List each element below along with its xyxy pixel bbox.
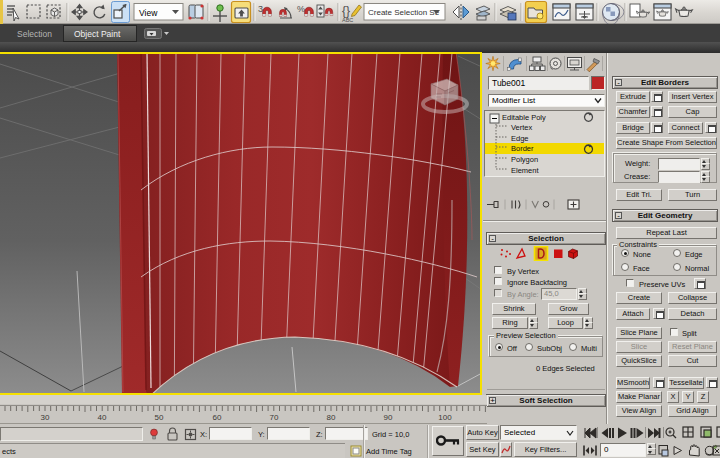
svg-text:Create Selection Se: Create Selection Se <box>368 8 440 17</box>
svg-text:%: % <box>297 4 305 14</box>
svg-text:70: 70 <box>270 413 279 422</box>
svg-text:ABC: ABC <box>342 17 353 23</box>
svg-text:80: 80 <box>327 413 336 422</box>
svg-text:50: 50 <box>155 413 164 422</box>
svg-text:60: 60 <box>213 413 222 422</box>
svg-text:30: 30 <box>41 413 50 422</box>
svg-text:3: 3 <box>258 4 263 14</box>
svg-text:90: 90 <box>384 413 393 422</box>
svg-text:100: 100 <box>438 413 452 422</box>
svg-text:View: View <box>139 8 158 18</box>
svg-text:40: 40 <box>98 413 107 422</box>
